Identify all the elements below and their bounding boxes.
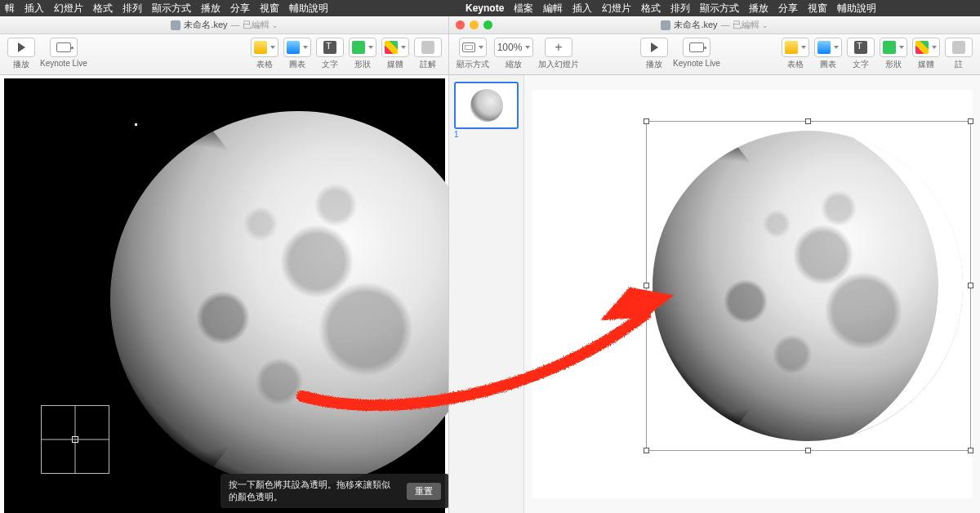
resize-handle[interactable] xyxy=(644,118,649,124)
menu-item[interactable]: 幻燈片 xyxy=(54,2,83,16)
comment-button[interactable] xyxy=(414,38,442,57)
resize-handle[interactable] xyxy=(644,448,649,453)
slide-thumbnail-1[interactable]: 1 xyxy=(454,82,519,129)
menu-item[interactable]: 輔助說明 xyxy=(289,2,328,16)
menu-item[interactable]: 分享 xyxy=(230,2,250,16)
media-icon xyxy=(385,41,398,54)
play-icon xyxy=(651,42,658,52)
menu-item[interactable]: 排列 xyxy=(670,2,690,16)
menu-item[interactable]: 視窗 xyxy=(260,2,279,16)
menu-item[interactable]: 輯 xyxy=(5,2,15,16)
close-icon[interactable] xyxy=(456,20,465,29)
menu-item[interactable]: 播放 xyxy=(749,2,768,16)
traffic-lights[interactable] xyxy=(456,20,492,29)
menu-item[interactable]: 顯示方式 xyxy=(152,2,191,16)
minimize-icon[interactable] xyxy=(470,20,479,29)
menu-item[interactable]: 排列 xyxy=(122,2,142,16)
hint-text: 按一下顏色將其設為透明。拖移來讓類似的顏色透明。 xyxy=(229,479,399,503)
resize-handle[interactable] xyxy=(805,448,811,453)
table-button[interactable] xyxy=(251,38,278,57)
resize-handle[interactable] xyxy=(968,448,973,453)
menu-item[interactable]: 檔案 xyxy=(514,2,533,16)
media-label: 媒體 xyxy=(918,59,934,70)
chart-button[interactable] xyxy=(814,38,842,57)
doc-status: — 已編輯 xyxy=(721,19,760,31)
menu-item[interactable]: 插入 xyxy=(572,2,592,16)
table-label: 表格 xyxy=(256,59,273,70)
text-button[interactable] xyxy=(847,38,875,57)
play-label: 播放 xyxy=(13,59,29,70)
selection-box[interactable] xyxy=(646,121,971,451)
menubar-left: 輯 插入 幻燈片 格式 排列 顯示方式 播放 分享 視窗 輔助說明 xyxy=(0,0,449,16)
fullscreen-icon[interactable] xyxy=(483,20,492,29)
menu-item[interactable]: 格式 xyxy=(93,2,113,16)
text-label: 文字 xyxy=(853,59,869,70)
toolbar-right: 顯示方式 100%縮放 +加入幻燈片 播放 Keynote Live 表格 圖表… xyxy=(449,34,980,75)
doc-title: 未命名.key xyxy=(674,19,717,31)
menu-item[interactable]: 顯示方式 xyxy=(700,2,739,16)
menu-item[interactable]: 幻燈片 xyxy=(602,2,631,16)
image-stage[interactable]: 按一下顏色將其設為透明。拖移來讓類似的顏色透明。 重置 xyxy=(4,78,445,513)
live-label: Keynote Live xyxy=(673,59,720,68)
media-button[interactable] xyxy=(381,38,409,57)
view-button[interactable] xyxy=(459,38,487,57)
menu-item[interactable]: 播放 xyxy=(201,2,220,16)
slide-canvas[interactable] xyxy=(524,75,980,513)
live-label: Keynote Live xyxy=(40,59,87,68)
doc-status: — 已編輯 xyxy=(231,19,270,31)
zoom-value: 100% xyxy=(497,42,523,53)
shape-label: 形狀 xyxy=(885,59,902,70)
text-button[interactable] xyxy=(316,38,344,57)
picker-center-icon xyxy=(72,436,78,443)
instant-alpha-hint: 按一下顏色將其設為透明。拖移來讓類似的顏色透明。 重置 xyxy=(220,474,449,508)
keynote-live-button[interactable] xyxy=(50,38,78,57)
chart-button[interactable] xyxy=(283,38,311,57)
text-icon xyxy=(854,41,867,54)
comment-button[interactable] xyxy=(945,38,973,57)
zoom-select[interactable]: 100% xyxy=(494,38,533,57)
play-group: 播放 xyxy=(7,38,35,70)
chevron-down-icon[interactable]: ⌄ xyxy=(272,21,278,29)
left-window: 輯 插入 幻燈片 格式 排列 顯示方式 播放 分享 視窗 輔助說明 未命名.ke… xyxy=(0,0,449,513)
doc-icon xyxy=(171,20,180,30)
live-icon xyxy=(56,42,71,52)
reset-button[interactable]: 重置 xyxy=(407,483,441,500)
instant-alpha-picker[interactable] xyxy=(41,405,109,474)
speck xyxy=(135,123,137,126)
play-button[interactable] xyxy=(640,38,668,57)
shape-button[interactable] xyxy=(880,38,907,57)
play-label: 播放 xyxy=(646,59,662,70)
text-label: 文字 xyxy=(322,59,338,70)
add-slide-label: 加入幻燈片 xyxy=(538,59,579,70)
table-button[interactable] xyxy=(782,38,809,57)
comment-icon xyxy=(952,41,965,54)
app-name[interactable]: Keynote xyxy=(466,2,504,14)
shape-button[interactable] xyxy=(349,38,376,57)
view-label: 顯示方式 xyxy=(457,59,489,70)
plus-icon: + xyxy=(555,40,562,55)
menu-item[interactable]: 編輯 xyxy=(543,2,563,16)
resize-handle[interactable] xyxy=(968,283,973,288)
resize-handle[interactable] xyxy=(805,118,811,124)
moon-image xyxy=(110,111,449,487)
media-button[interactable] xyxy=(912,38,940,57)
chart-icon xyxy=(287,41,300,54)
chevron-down-icon[interactable]: ⌄ xyxy=(762,21,768,29)
table-icon xyxy=(785,41,798,54)
slide-navigator[interactable]: 1 xyxy=(449,75,524,513)
menu-item[interactable]: 格式 xyxy=(641,2,661,16)
chart-label: 圖表 xyxy=(820,59,836,70)
shape-label: 形狀 xyxy=(354,59,371,70)
keynote-live-button[interactable] xyxy=(683,38,710,57)
menu-item[interactable]: 插入 xyxy=(24,2,44,16)
menu-item[interactable]: 視窗 xyxy=(808,2,827,16)
text-icon xyxy=(323,41,336,54)
play-button[interactable] xyxy=(7,38,35,57)
menu-item[interactable]: 輔助說明 xyxy=(837,2,876,16)
resize-handle[interactable] xyxy=(644,283,649,288)
right-window: Keynote 檔案 編輯 插入 幻燈片 格式 排列 顯示方式 播放 分享 視窗… xyxy=(449,0,980,513)
add-slide-button[interactable]: + xyxy=(545,38,572,57)
table-icon xyxy=(254,41,267,54)
resize-handle[interactable] xyxy=(968,118,973,124)
menu-item[interactable]: 分享 xyxy=(778,2,798,16)
